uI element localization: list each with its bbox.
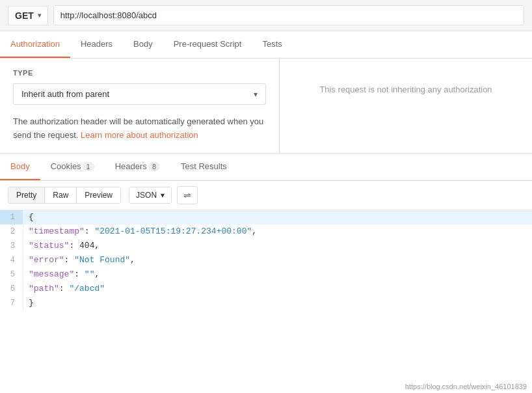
code-content-3: "status": 404, [29, 239, 100, 253]
code-area: 1 { 2 "timestamp": "2021-01-05T15:19:27.… [0, 210, 532, 327]
tab-response-body[interactable]: Body [0, 154, 40, 180]
pretty-button[interactable]: Pretty [8, 187, 45, 203]
auth-right: This request is not inheriting any autho… [280, 59, 532, 153]
auth-panel: TYPE Inherit auth from parent ▾ The auth… [0, 59, 532, 154]
cookies-badge: 1 [83, 162, 94, 171]
preview-button[interactable]: Preview [77, 187, 120, 203]
headers-badge: 8 [148, 162, 160, 171]
auth-type-value: Inherit auth from parent [21, 89, 109, 99]
format-btn-group: Pretty Raw Preview [8, 187, 121, 204]
footer-text: https://blog.csdn.net/weixin_46101839 [405, 383, 527, 390]
tab-authorization[interactable]: Authorization [0, 31, 70, 58]
tab-tests[interactable]: Tests [252, 31, 292, 58]
json-format-select[interactable]: JSON ▾ [129, 187, 172, 204]
response-toolbar: Pretty Raw Preview JSON ▾ ⇌ [0, 181, 532, 210]
raw-button[interactable]: Raw [45, 187, 77, 203]
top-bar: GET ▾ [0, 0, 532, 31]
response-tabs: Body Cookies1 Headers8 Test Results [0, 154, 532, 181]
tab-headers[interactable]: Headers [70, 31, 123, 58]
method-label: GET [15, 10, 34, 21]
auth-type-select[interactable]: Inherit auth from parent ▾ [13, 83, 266, 105]
url-input[interactable] [53, 5, 524, 25]
method-selector[interactable]: GET ▾ [8, 6, 48, 25]
request-tabs: Authorization Headers Body Pre-request S… [0, 31, 532, 59]
line-num-6: 6 [0, 282, 23, 296]
auth-learn-more-link[interactable]: Learn more about authorization [81, 130, 198, 140]
headers-label: Headers [115, 161, 147, 171]
code-line-4: 4 "error": "Not Found", [0, 253, 532, 267]
code-content-1: { [29, 210, 34, 224]
cookies-label: Cookies [51, 161, 81, 171]
code-line-3: 3 "status": 404, [0, 239, 532, 253]
auth-description: The authorization header will be automat… [13, 115, 266, 142]
code-content-6: "path": "/abcd" [29, 282, 105, 296]
code-content-7: } [29, 296, 34, 310]
code-content-4: "error": "Not Found", [29, 253, 135, 267]
code-line-1: 1 { [0, 210, 532, 224]
tab-pre-request-script[interactable]: Pre-request Script [163, 31, 252, 58]
code-line-7: 7 } [0, 296, 532, 310]
line-num-4: 4 [0, 253, 23, 267]
code-line-6: 6 "path": "/abcd" [0, 282, 532, 296]
code-line-5: 5 "message": "", [0, 267, 532, 282]
tab-body[interactable]: Body [123, 31, 163, 58]
json-label: JSON [136, 191, 157, 200]
line-num-3: 3 [0, 239, 23, 253]
line-num-5: 5 [0, 267, 23, 282]
auth-type-chevron: ▾ [254, 90, 258, 99]
auth-inherit-message: This request is not inheriting any autho… [319, 85, 492, 94]
line-num-7: 7 [0, 296, 23, 310]
code-line-2: 2 "timestamp": "2021-01-05T15:19:27.234+… [0, 224, 532, 239]
code-content-5: "message": "", [29, 267, 100, 282]
footer-link: https://blog.csdn.net/weixin_46101839 [400, 380, 532, 393]
code-content-2: "timestamp": "2021-01-05T15:19:27.234+00… [29, 224, 257, 239]
line-num-1: 1 [0, 210, 23, 224]
tab-response-headers[interactable]: Headers8 [105, 154, 170, 180]
auth-left: TYPE Inherit auth from parent ▾ The auth… [0, 59, 280, 153]
tab-response-cookies[interactable]: Cookies1 [40, 154, 105, 180]
wrap-button[interactable]: ⇌ [177, 186, 198, 204]
tab-test-results[interactable]: Test Results [170, 154, 237, 180]
method-chevron: ▾ [38, 12, 41, 19]
line-num-2: 2 [0, 224, 23, 239]
type-label: TYPE [13, 69, 266, 77]
json-chevron: ▾ [161, 191, 165, 200]
